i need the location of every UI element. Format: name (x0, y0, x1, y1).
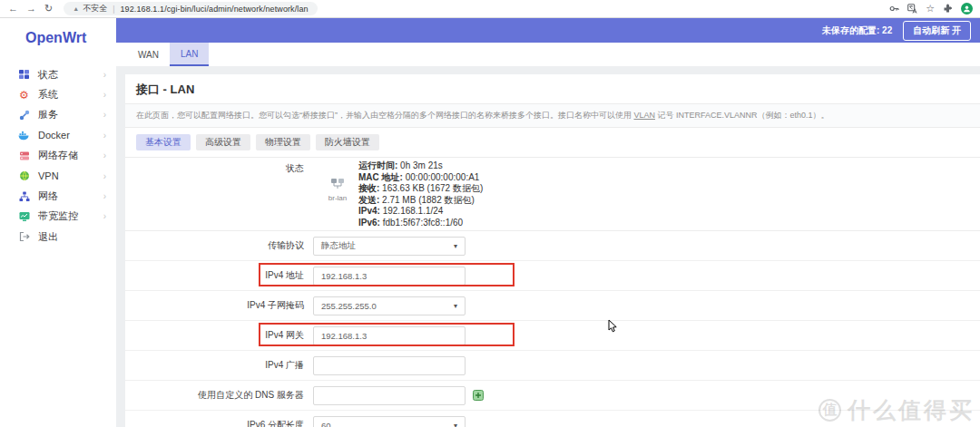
url-text: 192.168.1.1/cgi-bin/luci/admin/network/n… (121, 5, 309, 14)
smzdm-watermark: 值 什么值得买 (818, 395, 975, 425)
forward-icon[interactable]: → (26, 4, 36, 14)
field-control: 静态地址▾ (313, 237, 466, 256)
security-label: 不安全 (83, 3, 107, 15)
status-key: IPv4: (358, 206, 380, 216)
form-row-3: IPv4 网关192.168.1.3 (125, 321, 980, 351)
chevron-right-icon: › (103, 70, 106, 80)
sidebar-item-label: 退出 (38, 230, 58, 244)
field-label: IPv4 子网掩码 (125, 299, 304, 312)
form-row-4: IPv4 广播 (125, 351, 980, 381)
page-description: 在此页面，您可以配置网络接口。您可以勾选“桥接接口”，并输入由空格分隔的多个网络… (125, 103, 980, 128)
field-control (313, 356, 466, 375)
translate-icon[interactable] (907, 4, 917, 14)
select-2[interactable]: 255.255.255.0▾ (313, 296, 466, 315)
watermark-text: 什么值得买 (848, 395, 975, 425)
tab-lan[interactable]: LAN (170, 43, 209, 66)
sidebar-item-nav2[interactable]: 服务› (0, 105, 116, 125)
text-input-5[interactable] (313, 386, 466, 405)
status-line: 发送: 2.71 MB (1882 数据包) (358, 195, 483, 207)
sidebar-item-label: 带宽监控 (38, 209, 78, 223)
storage-icon (18, 150, 30, 161)
watermark-badge: 值 (818, 399, 841, 422)
vpn-globe-icon (18, 170, 30, 182)
system-gear-icon: ⚙ (18, 89, 30, 101)
chevron-right-icon: › (103, 90, 106, 100)
field-control: 192.168.1.3 (313, 326, 466, 345)
status-key: IPv6: (358, 218, 380, 228)
extensions-puzzle-icon[interactable] (943, 4, 953, 14)
field-control: 60▾ (313, 416, 466, 427)
description-text: 在此页面，您可以配置网络接口。您可以勾选“桥接接口”，并输入由空格分隔的多个网络… (136, 111, 634, 120)
field-control: 255.255.255.0▾ (313, 296, 466, 315)
services-icon (18, 109, 30, 121)
sidebar-item-label: 网络 (38, 189, 58, 203)
device-block: br-lan (318, 160, 357, 228)
logout-icon (18, 231, 30, 243)
sidebar-item-label: 服务 (38, 108, 58, 121)
reload-icon[interactable]: ↻ (44, 4, 53, 14)
form-row-2: IPv4 子网掩码255.255.255.0▾ (125, 291, 980, 321)
sidebar-item-nav4[interactable]: 网络存储› (0, 146, 116, 166)
status-line: 接收: 163.63 KB (1672 数据包) (358, 183, 483, 195)
subtab-1[interactable]: 高级设置 (196, 134, 250, 150)
browser-toolbar-icons: ☆ (889, 3, 980, 15)
main-content: 未保存的配置: 22 自动刷新 开 WANLAN 接口 - LAN 在此页面，您… (116, 18, 980, 427)
status-line: 运行时间: 0h 3m 21s (358, 160, 483, 172)
sidebar-item-vpn[interactable]: VPN› (0, 166, 116, 186)
chevron-right-icon: › (103, 150, 106, 160)
settings-card: 接口 - LAN 在此页面，您可以配置网络接口。您可以勾选“桥接接口”，并输入由… (125, 74, 980, 427)
select-value: 60 (321, 421, 331, 427)
field-label: IPv4 网关 (125, 329, 304, 342)
status-grid-icon (18, 69, 30, 81)
text-input-1[interactable]: 192.168.1.3 (313, 267, 466, 286)
bookmark-star-icon[interactable]: ☆ (926, 4, 935, 14)
caret-down-icon: ▾ (454, 302, 457, 310)
field-control: 192.168.1.3 (313, 267, 466, 286)
chevron-right-icon: › (103, 131, 106, 141)
subtab-0[interactable]: 基本设置 (136, 134, 191, 150)
vlan-link[interactable]: VLAN (634, 111, 656, 120)
chevron-right-icon: › (103, 171, 106, 181)
auto-refresh-button[interactable]: 自动刷新 开 (903, 21, 971, 41)
add-entry-icon[interactable] (473, 390, 484, 401)
back-icon[interactable]: ← (8, 4, 18, 14)
chevron-right-icon: › (103, 191, 106, 201)
sidebar-item-nav6[interactable]: 网络› (0, 186, 116, 206)
form-row-1: IPv4 地址192.168.1.3 (125, 261, 980, 291)
text-input-4[interactable] (313, 356, 466, 375)
chevron-right-icon: › (103, 211, 106, 221)
profile-avatar[interactable] (961, 3, 973, 15)
description-text-post: 记号 INTERFACE.VLANNR（例如：eth0.1）。 (655, 111, 829, 120)
sidebar: OpenWrt 状态›⚙系统›服务›Docker›网络存储›VPN›网络›带宽监… (0, 18, 116, 427)
select-6[interactable]: 60▾ (313, 416, 466, 427)
status-label: 状态 (125, 160, 304, 228)
field-control (313, 386, 484, 405)
sidebar-item-nav0[interactable]: 状态› (0, 64, 116, 84)
sidebar-item-docker[interactable]: Docker› (0, 125, 116, 145)
subtab-3[interactable]: 防火墙设置 (316, 134, 379, 150)
sidebar-item-label: 状态 (38, 68, 58, 82)
text-input-3[interactable]: 192.168.1.3 (313, 326, 466, 345)
subtab-2[interactable]: 物理设置 (256, 134, 310, 150)
sidebar-item-nav8[interactable]: 退出 (0, 227, 116, 247)
interface-tabstrip: WANLAN (116, 43, 980, 66)
sidebar-item-nav1[interactable]: ⚙系统› (0, 84, 116, 104)
key-icon[interactable] (889, 4, 899, 14)
ethernet-bridge-icon (330, 178, 345, 189)
sidebar-item-nav7[interactable]: 带宽监控› (0, 207, 116, 227)
form-row-0: 传输协议静态地址▾ (125, 231, 980, 261)
openwrt-logo: OpenWrt (0, 18, 116, 46)
status-key: MAC 地址: (358, 172, 403, 182)
tab-wan[interactable]: WAN (127, 43, 170, 66)
status-details: 运行时间: 0h 3m 21sMAC 地址: 00:00:00:00:00:A1… (358, 160, 483, 228)
address-bar[interactable]: ▲ 不安全 | 192.168.1.1/cgi-bin/luci/admin/n… (64, 2, 317, 15)
status-line: IPv6: fdb1:5f67:3fc8::1/60 (358, 218, 483, 229)
settings-subtabs: 基本设置高级设置物理设置防火墙设置 (125, 128, 980, 158)
unsaved-config-label[interactable]: 未保存的配置: 22 (822, 24, 892, 37)
chevron-right-icon: › (103, 110, 106, 120)
sidebar-item-label: 系统 (38, 88, 58, 102)
status-key: 运行时间: (358, 160, 397, 170)
network-nodes-icon (18, 190, 30, 202)
select-value: 255.255.255.0 (321, 301, 377, 311)
select-0[interactable]: 静态地址▾ (313, 237, 466, 256)
